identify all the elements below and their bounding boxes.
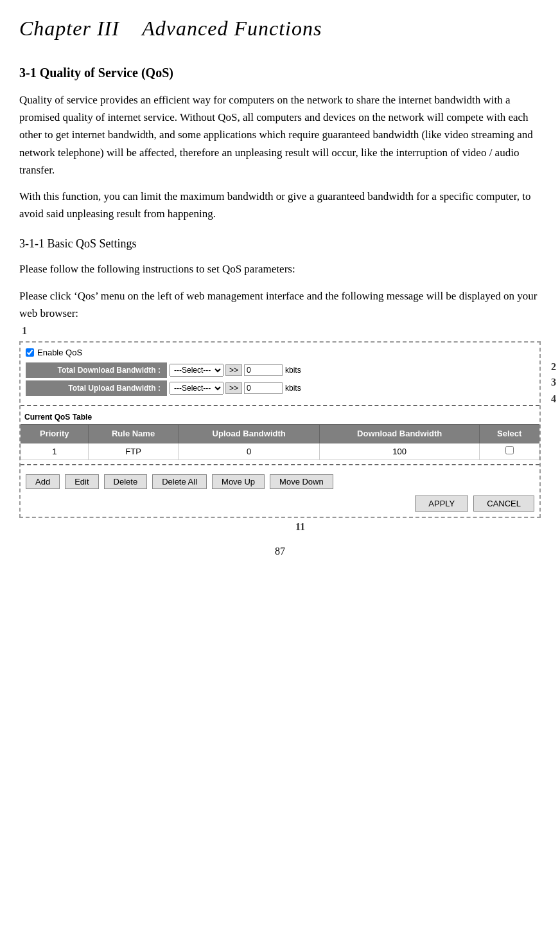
diagram-number-3: 3 xyxy=(551,375,556,390)
cell-rule-name: FTP xyxy=(88,443,179,460)
current-table-label: Current QoS Table xyxy=(21,410,539,424)
qos-action-buttons: Add Edit Delete Delete All Move Up Move … xyxy=(21,469,539,493)
delete-all-button[interactable]: Delete All xyxy=(152,474,207,489)
section-heading: 3-1 Quality of Service (QoS) xyxy=(19,63,541,82)
download-bw-label: Total Download Bandwidth : xyxy=(26,362,167,378)
col-priority: Priority xyxy=(21,425,89,443)
col-upload-bw: Upload Bandwidth xyxy=(179,425,319,443)
cell-priority: 1 xyxy=(21,443,89,460)
cell-select[interactable] xyxy=(480,443,539,460)
enable-qos-checkbox[interactable] xyxy=(26,348,34,357)
enable-qos-row: Enable QoS xyxy=(26,346,534,359)
upload-bw-button[interactable]: >> xyxy=(225,382,242,394)
qos-divider-top xyxy=(21,405,539,406)
upload-bandwidth-row: Total Upload Bandwidth : ---Select--- >>… xyxy=(26,380,534,396)
download-bw-input[interactable] xyxy=(244,364,283,376)
qos-divider-mid xyxy=(21,464,539,465)
enable-qos-label: Enable QoS xyxy=(37,346,82,359)
download-bandwidth-row: Total Download Bandwidth : ---Select--- … xyxy=(26,362,534,378)
upload-bw-unit: kbits xyxy=(285,382,301,394)
delete-button[interactable]: Delete xyxy=(104,474,148,489)
row-select-checkbox[interactable] xyxy=(505,446,514,454)
col-rule-name: Rule Name xyxy=(88,425,179,443)
add-button[interactable]: Add xyxy=(26,474,60,489)
chapter-label: Chapter III xyxy=(19,17,119,40)
edit-button[interactable]: Edit xyxy=(65,474,98,489)
page-title: Chapter III Advanced Functions xyxy=(19,13,541,44)
paragraph-3: Please follow the following instructions… xyxy=(19,260,541,278)
table-header-row: Priority Rule Name Upload Bandwidth Down… xyxy=(21,425,539,443)
page-number: 87 xyxy=(19,544,541,559)
paragraph-4: Please click ‘Qos’ menu on the left of w… xyxy=(19,287,541,322)
upload-bw-select[interactable]: ---Select--- xyxy=(170,382,223,395)
paragraph-1: Quality of service provides an efficient… xyxy=(19,91,541,179)
section-label: Advanced Functions xyxy=(142,17,322,40)
table-row: 1 FTP 0 100 xyxy=(21,443,539,460)
upload-bw-label: Total Upload Bandwidth : xyxy=(26,380,167,396)
download-bw-button[interactable]: >> xyxy=(225,364,242,376)
download-bw-unit: kbits xyxy=(285,364,301,376)
qos-top-area: Enable QoS Total Download Bandwidth : --… xyxy=(21,343,539,402)
qos-apply-row: APPLY CANCEL xyxy=(21,493,539,517)
move-up-button[interactable]: Move Up xyxy=(212,474,265,489)
download-bw-select[interactable]: ---Select--- xyxy=(170,364,223,377)
paragraph-2: With this function, you can limit the ma… xyxy=(19,188,541,222)
cell-upload-bw: 0 xyxy=(179,443,319,460)
qos-interface-box: Enable QoS Total Download Bandwidth : --… xyxy=(19,341,541,519)
qos-top-section: Enable QoS Total Download Bandwidth : --… xyxy=(21,343,539,517)
cancel-button[interactable]: CANCEL xyxy=(473,495,534,512)
apply-button[interactable]: APPLY xyxy=(415,495,468,512)
col-download-bw: Download Bandwidth xyxy=(319,425,480,443)
qos-table: Priority Rule Name Upload Bandwidth Down… xyxy=(21,424,539,460)
col-select: Select xyxy=(480,425,539,443)
upload-bw-input[interactable] xyxy=(244,382,283,394)
diagram-number-1: 1 xyxy=(22,323,27,339)
qos-diagram-wrapper: 1 2 3 4 5 6 7 8 9 10 11 Enable QoS Total… xyxy=(19,341,541,519)
diagram-number-11: 11 xyxy=(295,519,305,535)
diagram-number-4: 4 xyxy=(551,391,556,407)
subsection-heading: 3-1-1 Basic QoS Settings xyxy=(19,235,541,253)
move-down-button[interactable]: Move Down xyxy=(270,474,333,489)
cell-download-bw: 100 xyxy=(319,443,480,460)
diagram-number-2: 2 xyxy=(551,359,556,375)
